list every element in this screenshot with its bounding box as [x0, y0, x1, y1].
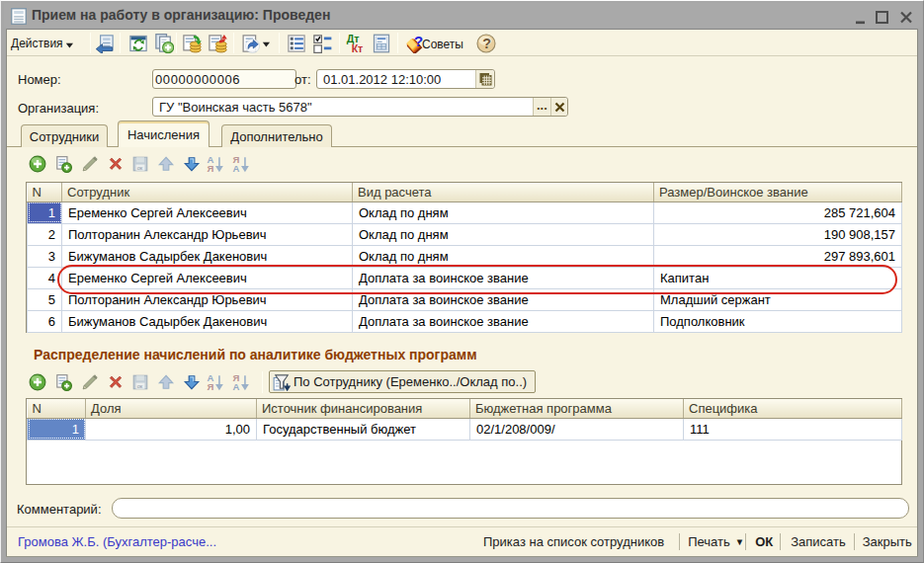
svg-text:ок: ок	[137, 383, 143, 389]
svg-text:?: ?	[482, 36, 491, 51]
svg-text:А: А	[233, 381, 240, 391]
svg-text:Я: Я	[208, 381, 214, 391]
svg-text:Кт: Кт	[352, 42, 364, 53]
svg-text:А: А	[233, 163, 240, 173]
svg-text:Я: Я	[208, 163, 214, 173]
svg-text:ок: ок	[137, 165, 143, 171]
